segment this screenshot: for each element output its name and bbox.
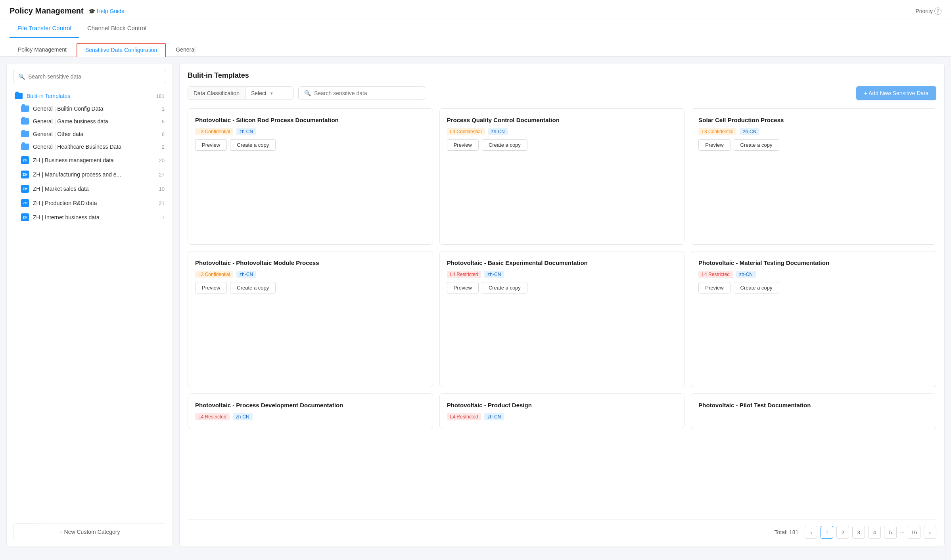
search-icon: 🔍 bbox=[304, 90, 311, 96]
preview-button[interactable]: Preview bbox=[698, 139, 730, 151]
card-item: Process Quality Control Documentation L3… bbox=[439, 108, 685, 245]
create-copy-button[interactable]: Create a copy bbox=[734, 282, 779, 293]
folder-label: ZH | Business management data bbox=[33, 157, 156, 163]
header-left: Policy Management 🎓 Help Guide bbox=[10, 6, 125, 15]
card-title: Photovoltaic - Process Development Docum… bbox=[195, 401, 426, 409]
page-title: Policy Management bbox=[10, 6, 84, 15]
pagination-next-button[interactable]: › bbox=[924, 526, 936, 539]
card-actions: Preview Create a copy bbox=[447, 282, 677, 293]
data-classification-filter[interactable]: Data Classification Select ▼ bbox=[188, 86, 293, 100]
new-custom-category-button[interactable]: + New Custom Category bbox=[13, 524, 166, 540]
folder-icon bbox=[21, 144, 29, 150]
create-copy-button[interactable]: Create a copy bbox=[230, 139, 276, 151]
card-title: Photovoltaic - Pilot Test Documentation bbox=[698, 401, 929, 409]
folder-label: General | Other data bbox=[33, 131, 159, 137]
left-search-box[interactable]: 🔍 bbox=[13, 70, 166, 83]
folder-item-general-healthcare[interactable]: General | Healthcare Business Data 2 bbox=[19, 140, 166, 153]
card-item: Photovoltaic - Process Development Docum… bbox=[188, 393, 433, 429]
card-tags: L3 Confidential zh-CN bbox=[195, 271, 426, 278]
card-item: Photovoltaic - Photovoltaic Module Proce… bbox=[188, 251, 433, 387]
preview-button[interactable]: Preview bbox=[195, 139, 227, 151]
card-title: Photovoltaic - Photovoltaic Module Proce… bbox=[195, 259, 426, 267]
card-item: Photovoltaic - Product Design L4 Restric… bbox=[439, 393, 685, 429]
folder-list: Bulit-in Templates 181 General | Builtin… bbox=[13, 90, 166, 517]
pagination-page-1[interactable]: 1 bbox=[821, 526, 833, 539]
tag-l4-restricted: L4 Restricted bbox=[447, 271, 481, 278]
preview-button[interactable]: Preview bbox=[447, 282, 479, 293]
tab-channel-block[interactable]: Channel Block Control bbox=[79, 19, 154, 38]
zh-icon: ZH bbox=[21, 171, 29, 178]
card-tags: L4 Restricted zh-CN bbox=[447, 271, 677, 278]
folder-item-general-other[interactable]: General | Other data 6 bbox=[19, 128, 166, 140]
folder-item-zh-market[interactable]: ZH ZH | Market sales data 10 bbox=[19, 182, 166, 196]
card-tags: L4 Restricted zh-CN bbox=[195, 413, 426, 420]
priority-info-icon: ? bbox=[934, 8, 941, 15]
tag-lang: zh-CN bbox=[233, 413, 253, 420]
chevron-down-icon: ▼ bbox=[270, 91, 274, 96]
card-actions: Preview Create a copy bbox=[447, 139, 677, 151]
card-actions: Preview Create a copy bbox=[698, 282, 929, 293]
pagination-page-2[interactable]: 2 bbox=[836, 526, 849, 539]
folder-item-zh-internet[interactable]: ZH ZH | Internet business data 7 bbox=[19, 210, 166, 224]
preview-button[interactable]: Preview bbox=[195, 282, 227, 293]
pagination-page-3[interactable]: 3 bbox=[852, 526, 865, 539]
tag-l3-confidential: L3 Confidential bbox=[447, 128, 485, 135]
right-search-input[interactable] bbox=[314, 90, 419, 96]
folder-label-builtin: Bulit-in Templates bbox=[27, 93, 153, 99]
sub-tabs: Policy Management Senstitive Data Config… bbox=[0, 38, 951, 57]
folder-label: ZH | Internet business data bbox=[33, 214, 159, 221]
folder-item-builtin[interactable]: Bulit-in Templates 181 bbox=[13, 90, 166, 102]
tab-file-transfer[interactable]: File Transfer Control bbox=[10, 19, 79, 38]
right-search-box[interactable]: 🔍 bbox=[298, 86, 425, 100]
classification-label: Data Classification bbox=[188, 87, 245, 100]
card-title: Solar Cell Production Process bbox=[698, 116, 929, 124]
add-new-sensitive-data-button[interactable]: + Add New Sensitive Data bbox=[856, 86, 936, 100]
folder-item-zh-manufacturing[interactable]: ZH ZH | Manufacturing process and e... 2… bbox=[19, 167, 166, 182]
folder-label: General | Game business data bbox=[33, 118, 159, 125]
card-tags: L3 Confidential zh-CN bbox=[698, 128, 929, 135]
zh-icon: ZH bbox=[21, 185, 29, 193]
search-icon: 🔍 bbox=[18, 73, 25, 80]
folder-count-builtin: 181 bbox=[156, 93, 165, 99]
card-item: Photovoltaic - Pilot Test Documentation bbox=[691, 393, 936, 429]
right-panel-title: Bulit-in Templates bbox=[188, 71, 936, 80]
pagination-bar: Total: 181 ‹ 1 2 3 4 5 ··· 16 › bbox=[188, 519, 936, 539]
folder-item-zh-production[interactable]: ZH ZH | Production R&D data 21 bbox=[19, 196, 166, 210]
card-tags: L4 Restricted zh-CN bbox=[447, 413, 677, 420]
search-input[interactable] bbox=[28, 73, 161, 80]
preview-button[interactable]: Preview bbox=[447, 139, 479, 151]
tab-policy-management[interactable]: Policy Management bbox=[10, 43, 75, 56]
folder-count: 27 bbox=[159, 172, 165, 178]
tag-l4-restricted: L4 Restricted bbox=[698, 271, 733, 278]
classification-select[interactable]: Select ▼ bbox=[245, 87, 293, 100]
pagination-page-16[interactable]: 16 bbox=[908, 526, 920, 539]
priority-button[interactable]: Priority ? bbox=[915, 8, 941, 15]
tag-l3-confidential: L3 Confidential bbox=[195, 128, 233, 135]
create-copy-button[interactable]: Create a copy bbox=[482, 139, 527, 151]
create-copy-button[interactable]: Create a copy bbox=[230, 282, 276, 293]
main-tabs: File Transfer Control Channel Block Cont… bbox=[0, 19, 951, 38]
folder-item-zh-business[interactable]: ZH ZH | Business management data 20 bbox=[19, 153, 166, 167]
folder-count: 6 bbox=[162, 131, 165, 137]
card-item: Solar Cell Production Process L3 Confide… bbox=[691, 108, 936, 245]
tab-sensitive-data[interactable]: Senstitive Data Configuration bbox=[77, 43, 166, 57]
create-copy-button[interactable]: Create a copy bbox=[734, 139, 779, 151]
folder-icon bbox=[21, 118, 29, 125]
help-guide-link[interactable]: 🎓 Help Guide bbox=[88, 8, 125, 14]
pagination-page-4[interactable]: 4 bbox=[868, 526, 881, 539]
right-panel: Bulit-in Templates Data Classification S… bbox=[179, 63, 945, 547]
pagination-page-5[interactable]: 5 bbox=[884, 526, 897, 539]
preview-button[interactable]: Preview bbox=[698, 282, 730, 293]
create-copy-button[interactable]: Create a copy bbox=[482, 282, 527, 293]
folder-item-general-game[interactable]: General | Game business data 6 bbox=[19, 115, 166, 128]
tab-general[interactable]: General bbox=[167, 43, 204, 56]
pagination-prev-button[interactable]: ‹ bbox=[805, 526, 817, 539]
folder-count: 2 bbox=[162, 144, 165, 150]
tag-l4-restricted: L4 Restricted bbox=[195, 413, 230, 420]
folder-item-general-builtin[interactable]: General | Builtin Config Data 1 bbox=[19, 102, 166, 115]
pagination-total: Total: 181 bbox=[775, 529, 799, 535]
folder-count: 7 bbox=[162, 215, 165, 221]
folder-count: 6 bbox=[162, 119, 165, 125]
card-tags: L4 Restricted zh-CN bbox=[698, 271, 929, 278]
card-actions: Preview Create a copy bbox=[195, 282, 426, 293]
